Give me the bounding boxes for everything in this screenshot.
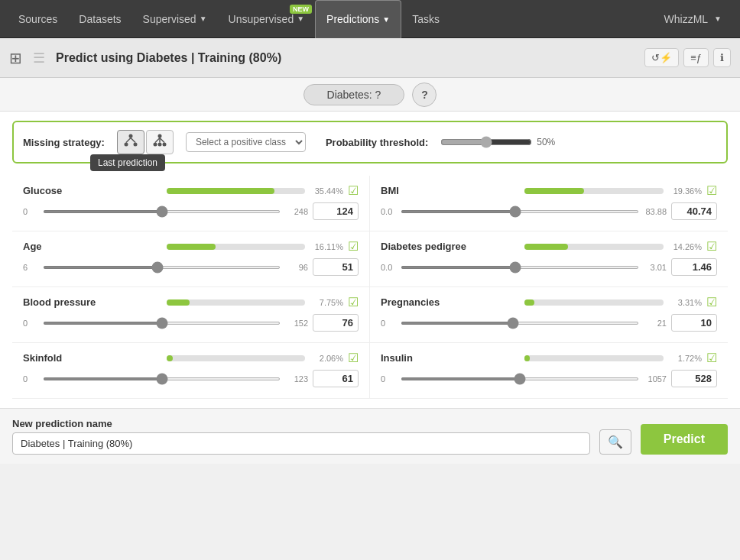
field-bar-fill xyxy=(167,244,216,250)
field-bar-fill xyxy=(167,188,275,194)
slider-row: 0 123 xyxy=(23,370,359,387)
slider-min: 0.0 xyxy=(381,207,396,216)
field-slider-2[interactable] xyxy=(43,266,281,269)
slider-max: 21 xyxy=(644,319,667,328)
field-slider-4[interactable] xyxy=(43,322,281,325)
field-pct: 7.75% xyxy=(313,298,343,307)
field-panel-diabetes-pedigree: Diabetes pedigree 14.26% ☑ 0.0 3.01 xyxy=(370,231,728,287)
slider-max: 1057 xyxy=(644,374,667,384)
field-value-input-7[interactable] xyxy=(671,370,717,387)
field-panel-blood-pressure: Blood pressure 7.75% ☑ 0 152 xyxy=(12,287,370,343)
field-header: Glucose 35.44% ☑ xyxy=(23,183,359,198)
field-pct: 35.44% xyxy=(313,186,343,196)
field-bar-bg xyxy=(167,188,306,194)
field-name: Insulin xyxy=(381,352,520,364)
svg-point-5 xyxy=(157,134,161,138)
slider-row: 6 96 xyxy=(23,258,359,276)
field-bar-fill xyxy=(167,355,173,361)
field-bar-bg xyxy=(524,299,664,306)
svg-point-7 xyxy=(157,143,161,147)
nav-supervised[interactable]: Supervised ▼ xyxy=(132,0,218,38)
positive-class-select[interactable]: Select a positive class xyxy=(186,132,306,152)
slider-row: 0.0 83.88 xyxy=(381,202,717,220)
strategy-btn-average[interactable] xyxy=(146,130,174,154)
field-check-2[interactable]: ☑ xyxy=(348,239,359,254)
slider-min: 6 xyxy=(23,263,38,272)
formula-icon-btn[interactable]: ≡ƒ xyxy=(683,48,709,67)
field-check-0[interactable]: ☑ xyxy=(348,183,359,198)
field-slider-5[interactable] xyxy=(401,322,639,325)
field-value-input-3[interactable] xyxy=(671,258,717,276)
field-slider-3[interactable] xyxy=(401,266,639,269)
nav-predictions[interactable]: Predictions ▼ xyxy=(315,0,401,38)
field-value-input-2[interactable] xyxy=(313,258,359,276)
field-bar-fill xyxy=(524,188,584,194)
field-check-6[interactable]: ☑ xyxy=(348,351,359,365)
field-bar-bg xyxy=(167,355,306,361)
field-bar-bg xyxy=(167,299,306,306)
slider-min: 0 xyxy=(23,319,38,328)
nav-whizzml[interactable]: WhizzML ▼ xyxy=(654,13,732,25)
slider-min: 0 xyxy=(381,374,396,384)
nav-unsupervised[interactable]: Unsupervised ▼ NEW xyxy=(218,0,316,38)
svg-line-3 xyxy=(126,138,131,143)
field-header: Diabetes pedigree 14.26% ☑ xyxy=(381,239,717,254)
field-value-input-4[interactable] xyxy=(313,314,359,332)
field-slider-7[interactable] xyxy=(401,377,639,380)
prob-threshold-label: Probability threshold: xyxy=(326,137,428,148)
field-panel-pregnancies: Pregnancies 3.31% ☑ 0 21 xyxy=(370,287,728,343)
field-header: Skinfold 2.06% ☑ xyxy=(23,351,359,365)
prob-threshold-slider[interactable] xyxy=(440,136,532,148)
nav-tasks[interactable]: Tasks xyxy=(401,0,450,38)
model-icon[interactable]: ⊞ xyxy=(9,49,22,67)
prediction-name-input[interactable] xyxy=(12,432,590,455)
strategy-buttons xyxy=(117,130,174,154)
search-icon-btn[interactable]: 🔍 xyxy=(599,429,631,455)
field-bar-bg xyxy=(524,355,664,361)
nav-datasets[interactable]: Datasets xyxy=(68,0,131,38)
field-check-4[interactable]: ☑ xyxy=(348,295,359,309)
field-panel-age: Age 16.11% ☑ 6 96 xyxy=(12,231,370,287)
target-question-btn[interactable]: ? xyxy=(412,83,437,107)
average-icon xyxy=(151,134,168,147)
svg-point-2 xyxy=(133,143,137,147)
prediction-name-col: New prediction name xyxy=(12,418,590,455)
fields-grid: Glucose 35.44% ☑ 0 248 BMI 19.36% ☑ 0.0 … xyxy=(12,176,728,399)
main-content: Missing strategy: xyxy=(0,112,740,408)
field-value-input-1[interactable] xyxy=(671,202,717,220)
field-slider-0[interactable] xyxy=(43,210,281,213)
field-value-input-0[interactable] xyxy=(313,202,359,220)
refresh-icon-btn[interactable]: ↺⚡ xyxy=(644,48,679,67)
field-header: Insulin 1.72% ☑ xyxy=(381,351,717,365)
title-actions: ↺⚡ ≡ƒ ℹ xyxy=(644,48,731,67)
field-slider-1[interactable] xyxy=(401,210,639,213)
field-check-1[interactable]: ☑ xyxy=(706,183,717,198)
field-bar-fill xyxy=(524,244,568,250)
field-check-7[interactable]: ☑ xyxy=(706,351,717,365)
slider-max: 83.88 xyxy=(644,207,667,216)
field-name: Diabetes pedigree xyxy=(381,241,520,252)
predict-button[interactable]: Predict xyxy=(641,424,728,455)
strategy-btn-tree[interactable] xyxy=(117,130,144,154)
tree-icon xyxy=(122,134,139,147)
field-bar-bg xyxy=(167,244,306,250)
field-check-3[interactable]: ☑ xyxy=(706,239,717,254)
field-value-input-5[interactable] xyxy=(671,314,717,332)
field-bar-fill xyxy=(524,299,534,306)
slider-min: 0 xyxy=(23,374,38,384)
field-bar-bg xyxy=(524,244,664,250)
field-bar-fill xyxy=(524,355,530,361)
info-icon-btn[interactable]: ℹ xyxy=(713,48,731,67)
field-pct: 3.31% xyxy=(671,298,702,307)
field-name: Skinfold xyxy=(23,352,162,364)
svg-point-6 xyxy=(153,143,157,147)
field-slider-6[interactable] xyxy=(43,377,281,380)
nav-sources[interactable]: Sources xyxy=(8,0,68,38)
field-panel-skinfold: Skinfold 2.06% ☑ 0 123 xyxy=(12,343,370,399)
field-name: Age xyxy=(23,241,162,252)
field-value-input-6[interactable] xyxy=(313,370,359,387)
page-title: Predict using Diabetes | Training (80%) xyxy=(56,51,637,65)
field-check-5[interactable]: ☑ xyxy=(706,295,717,309)
slider-max: 3.01 xyxy=(644,263,667,272)
slider-row: 0 248 xyxy=(23,202,359,220)
